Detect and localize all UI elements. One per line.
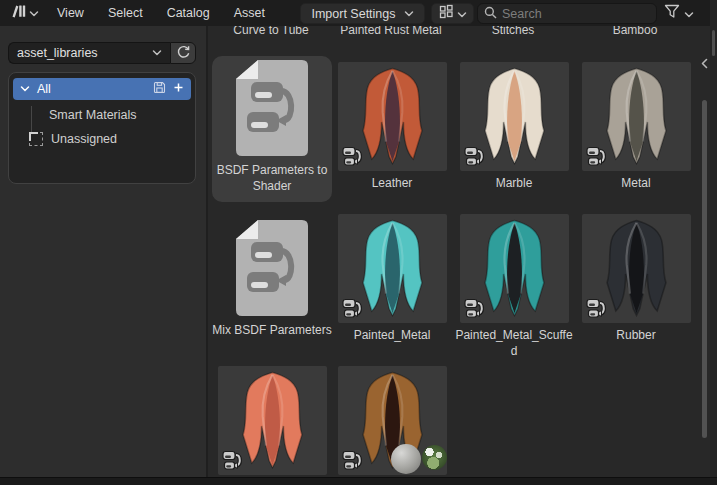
asset-library-dropdown[interactable]: asset_libraries	[8, 42, 170, 64]
clipped-asset-label: Curve to Tube	[212, 26, 330, 37]
chevron-down-icon	[684, 5, 694, 23]
world-sphere-preview	[422, 445, 447, 470]
asset-item[interactable]: Metal	[576, 62, 696, 192]
node-group-badge-icon	[341, 296, 365, 320]
asset-item[interactable]: Painted_Metal_Scuffed	[454, 214, 574, 359]
node-group-badge-icon	[585, 296, 609, 320]
asset-item[interactable]: Painted_Metal	[332, 214, 452, 344]
node-group-badge-icon	[463, 296, 487, 320]
asset-item[interactable]: Mix BSDF Parameters	[212, 216, 332, 339]
filter-funnel-icon	[664, 4, 680, 23]
catalog-item-smart-materials[interactable]: Smart Materials	[13, 104, 191, 126]
asset-thumbnail[interactable]	[338, 366, 447, 475]
vertical-scrollbar[interactable]	[702, 100, 707, 438]
asset-label: Metal	[576, 176, 696, 192]
menu-select[interactable]: Select	[98, 2, 153, 24]
node-group-badge-icon	[221, 448, 245, 472]
menu-asset[interactable]: Asset	[224, 2, 275, 24]
tree-indent-line	[31, 106, 32, 132]
search-input[interactable]	[502, 7, 632, 21]
clipped-asset-label: Painted Rust Metal	[332, 26, 450, 37]
editor-type-selector[interactable]	[7, 1, 43, 25]
plus-icon[interactable]	[173, 82, 184, 96]
unassigned-catalog-icon	[29, 132, 43, 146]
asset-item[interactable]: Rubber	[576, 214, 696, 344]
asset-thumbnail[interactable]	[460, 214, 569, 323]
asset-label: BSDF Parameters to Shader	[212, 163, 332, 194]
catalog-smart-materials-label: Smart Materials	[49, 108, 137, 122]
asset-label: Marble	[454, 176, 574, 192]
catalog-tree: All Smart Materials Unassigned	[8, 72, 196, 184]
asset-label: Painted_Metal	[332, 328, 452, 344]
right-edge-region	[710, 0, 717, 485]
node-group-file-icon	[212, 56, 332, 158]
asset-label: Mix BSDF Parameters	[212, 323, 332, 339]
asset-browser-window: View Select Catalog Asset Import Setting…	[0, 0, 717, 485]
bottom-edge-region	[0, 477, 717, 485]
clipped-asset-label: Bamboo	[576, 26, 694, 37]
search-field[interactable]	[477, 3, 657, 24]
library-row: asset_libraries	[8, 42, 196, 64]
asset-label: Leather	[332, 176, 452, 192]
refresh-icon	[176, 44, 191, 63]
node-group-file-icon	[212, 216, 332, 318]
asset-thumbnail[interactable]	[582, 214, 691, 323]
asset-browser-icon	[11, 3, 27, 23]
asset-item[interactable]: Marble	[454, 62, 574, 192]
asset-item[interactable]	[332, 366, 452, 475]
thumbnail-display-icon	[439, 4, 454, 23]
asset-item[interactable]: Leather	[332, 62, 452, 192]
menu-catalog[interactable]: Catalog	[157, 2, 220, 24]
node-group-badge-icon	[341, 448, 365, 472]
chevron-down-icon	[29, 4, 39, 22]
catalog-item-unassigned[interactable]: Unassigned	[13, 128, 191, 150]
asset-label: Painted_Metal_Scuffed	[454, 328, 574, 359]
import-settings-dropdown[interactable]: Import Settings	[300, 3, 425, 24]
asset-card-selected[interactable]: BSDF Parameters to Shader	[212, 56, 332, 202]
clipped-asset-label: Stitches	[454, 26, 572, 37]
sidebar: asset_libraries All	[0, 26, 208, 477]
catalog-item-all[interactable]: All	[13, 78, 191, 100]
save-disk-icon[interactable]	[153, 81, 166, 97]
material-sphere-preview	[391, 444, 421, 474]
node-group-badge-icon	[585, 144, 609, 168]
chevron-down-icon	[457, 5, 467, 23]
catalog-all-label: All	[37, 82, 51, 96]
display-mode-button[interactable]	[431, 3, 474, 24]
asset-thumbnail[interactable]	[338, 62, 447, 171]
asset-thumbnail[interactable]	[582, 62, 691, 171]
chevron-down-icon[interactable]	[20, 82, 30, 96]
asset-library-value: asset_libraries	[17, 46, 98, 60]
topbar: View Select Catalog Asset Import Setting…	[0, 0, 717, 26]
asset-thumbnail[interactable]	[218, 366, 327, 475]
chevron-down-icon	[404, 7, 414, 21]
asset-thumbnail[interactable]	[338, 214, 447, 323]
asset-grid: Curve to Tube Painted Rust Metal Stitche…	[210, 26, 710, 477]
import-settings-label: Import Settings	[311, 7, 395, 21]
region-collapse-arrow[interactable]	[698, 56, 710, 70]
filter-button[interactable]	[661, 3, 697, 24]
node-group-badge-icon	[463, 144, 487, 168]
asset-label: Rubber	[576, 328, 696, 344]
asset-thumbnail[interactable]	[460, 62, 569, 171]
search-icon	[484, 5, 497, 23]
refresh-library-button[interactable]	[170, 42, 196, 64]
menu-view[interactable]: View	[47, 2, 94, 24]
asset-item[interactable]	[212, 366, 332, 475]
edge-scrollbar[interactable]	[712, 30, 715, 56]
node-group-badge-icon	[341, 144, 365, 168]
chevron-down-icon	[152, 46, 162, 60]
catalog-unassigned-label: Unassigned	[51, 132, 117, 146]
